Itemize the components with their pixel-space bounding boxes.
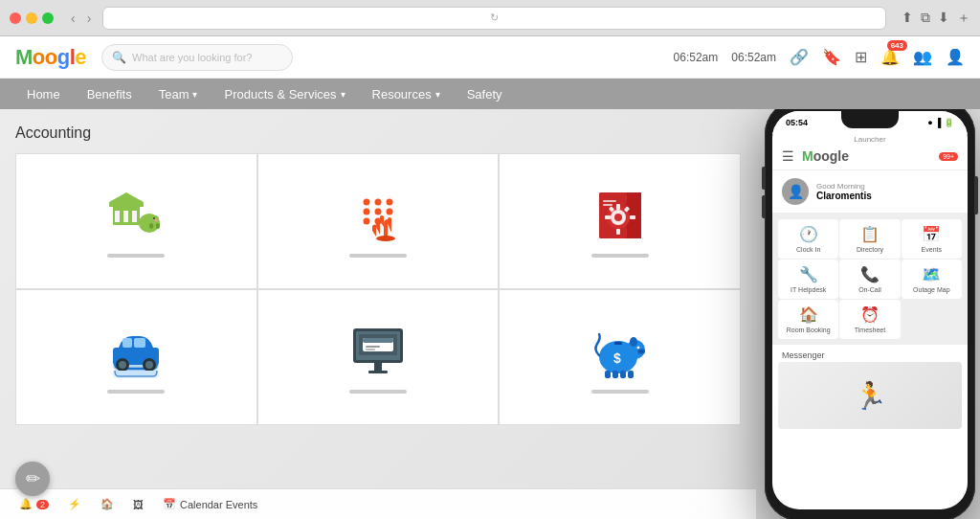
bottom-home[interactable]: 🏠: [100, 498, 114, 510]
phone-avatar: 👤: [782, 178, 809, 205]
phone-grid-timesheet[interactable]: ⏰ Timesheet: [839, 300, 900, 339]
svg-rect-60: [628, 371, 634, 378]
nav-item-home[interactable]: Home: [15, 83, 72, 105]
forward-button[interactable]: ›: [83, 9, 96, 28]
phone-grid-room[interactable]: 🏠 Room Booking: [778, 300, 838, 339]
app-nav: Home Benefits Team ▾ Products & Services…: [0, 79, 980, 109]
events-label: Events: [922, 246, 942, 253]
browser-chrome: ‹ › ↻ ⬆ ⧉ ⬇ ＋: [0, 0, 980, 36]
fab-button[interactable]: ✏: [15, 462, 50, 496]
bottom-calendar-label: Calendar Events: [180, 499, 257, 510]
svg-rect-48: [374, 363, 382, 371]
bottom-calendar[interactable]: 📅 Calendar Events: [163, 498, 257, 510]
svg-marker-2: [109, 192, 144, 202]
nav-item-resources[interactable]: Resources ▾: [361, 83, 452, 105]
link-icon[interactable]: 🔗: [790, 48, 809, 66]
grid-cell-monitor[interactable]: [258, 290, 499, 424]
phone-grid-directory[interactable]: 📋 Directory: [839, 219, 900, 259]
phone-messenger-section: Messenger: [772, 345, 968, 362]
tabs-icon[interactable]: ⧉: [921, 10, 930, 27]
back-button[interactable]: ‹: [67, 9, 79, 28]
oncall-icon: 📞: [860, 265, 880, 283]
maximize-button[interactable]: [42, 12, 54, 24]
phone-time: 05:54: [786, 118, 808, 127]
bottom-home-icon: 🏠: [100, 498, 114, 510]
phone-vol-down-button: [762, 195, 765, 218]
svg-rect-49: [368, 371, 388, 373]
search-icon: 🔍: [112, 51, 126, 64]
app-logo[interactable]: Moogle: [15, 45, 86, 70]
grid-label-bar-6: [591, 390, 649, 394]
bookmark-icon[interactable]: 🔖: [822, 48, 841, 66]
phone-grid-helpdesk[interactable]: 🔧 IT Helpdesk: [778, 260, 838, 299]
people-icon[interactable]: 👥: [913, 48, 932, 66]
notification-wrapper[interactable]: 🔔 643: [880, 48, 900, 66]
account-icon[interactable]: 👤: [946, 48, 965, 66]
phone-header: ☰ Moogle 99+: [772, 145, 968, 170]
phone-grid-events[interactable]: 📅 Events: [902, 219, 962, 259]
nav-item-team[interactable]: Team ▾: [147, 83, 210, 105]
bottom-bell-icon: 🔔: [19, 498, 33, 510]
document-gear-icon: [590, 185, 651, 246]
close-button[interactable]: [10, 12, 21, 24]
outage-icon: 🗺️: [922, 265, 941, 283]
team-chevron-icon: ▾: [192, 89, 197, 100]
phone-grid-outage[interactable]: 🗺️ Outage Map: [902, 260, 962, 299]
bell-icon: 🔔: [880, 49, 900, 65]
helpdesk-icon: 🔧: [799, 265, 818, 283]
svg-point-38: [119, 361, 126, 369]
grid-icon[interactable]: ⊞: [855, 48, 867, 66]
bottom-calendar-icon: 📅: [163, 498, 176, 510]
phone-greeting-text: Good Morning Claromentis: [816, 182, 872, 201]
phone-greeting: 👤 Good Morning Claromentis: [772, 170, 968, 214]
phone-launcher-label: Launcher: [854, 135, 885, 144]
svg-point-20: [376, 236, 395, 241]
phone-notch: [841, 111, 899, 128]
section-title: Accounting: [15, 124, 741, 142]
traffic-lights: [10, 12, 54, 24]
bottom-bar: 🔔 2 ⚡ 🏠 🖼 📅 Calendar Events: [0, 488, 756, 519]
bottom-lightning[interactable]: ⚡: [68, 498, 81, 510]
minimize-button[interactable]: [26, 12, 37, 24]
grid-cell-finger[interactable]: [258, 154, 499, 288]
notification-badge: 643: [887, 40, 907, 51]
phone-vol-up-button: [762, 167, 765, 190]
search-bar[interactable]: 🔍 What are you looking for?: [101, 44, 293, 71]
svg-rect-47: [366, 349, 375, 350]
phone-outer: 05:54 ● ▐ 🔋 Launcher ☰ Moogle 99+: [765, 109, 975, 519]
phone-image-placeholder: 🏃: [778, 362, 962, 429]
nav-item-products[interactable]: Products & Services ▾: [212, 83, 356, 105]
svg-rect-1: [109, 202, 144, 207]
piggy-dollar-icon: $: [590, 321, 651, 382]
phone-status-icons: ● ▐ 🔋: [927, 118, 954, 127]
address-bar[interactable]: ↻: [102, 7, 886, 30]
browser-navigation: ‹ ›: [67, 9, 95, 28]
grid-label-bar-2: [349, 254, 407, 258]
phone-logo: Moogle: [802, 148, 849, 164]
download-icon[interactable]: ⬇: [938, 10, 949, 27]
nav-safety-label: Safety: [467, 87, 502, 102]
phone-grid-clock-in[interactable]: 🕐 Clock In: [778, 219, 838, 259]
phone-mockup: 05:54 ● ▐ 🔋 Launcher ☰ Moogle 99+: [750, 109, 980, 519]
grid-cell-bank[interactable]: [16, 154, 256, 288]
svg-point-8: [149, 223, 153, 229]
phone-menu-icon[interactable]: ☰: [782, 148, 794, 164]
svg-point-10: [153, 217, 155, 219]
bottom-notifications[interactable]: 🔔 2: [19, 498, 49, 510]
svg-point-56: [630, 337, 637, 347]
bottom-image[interactable]: 🖼: [133, 499, 144, 510]
svg-rect-32: [603, 200, 616, 202]
nav-item-safety[interactable]: Safety: [456, 83, 514, 105]
share-icon[interactable]: ⬆: [902, 10, 913, 27]
app-header: Moogle 🔍 What are you looking for? 06:52…: [0, 36, 980, 79]
svg-rect-29: [630, 215, 635, 219]
new-tab-icon[interactable]: ＋: [957, 10, 970, 27]
phone-power-button: [975, 176, 978, 214]
nav-item-benefits[interactable]: Benefits: [76, 83, 144, 105]
grid-cell-document[interactable]: [500, 154, 740, 288]
time-text: 06:52am: [731, 51, 776, 64]
phone-logo-oogle: oogle: [813, 148, 849, 164]
phone-grid-oncall[interactable]: 📞 On-Call: [839, 260, 900, 299]
grid-cell-car[interactable]: [16, 290, 256, 424]
grid-cell-piggy[interactable]: $: [500, 290, 740, 424]
